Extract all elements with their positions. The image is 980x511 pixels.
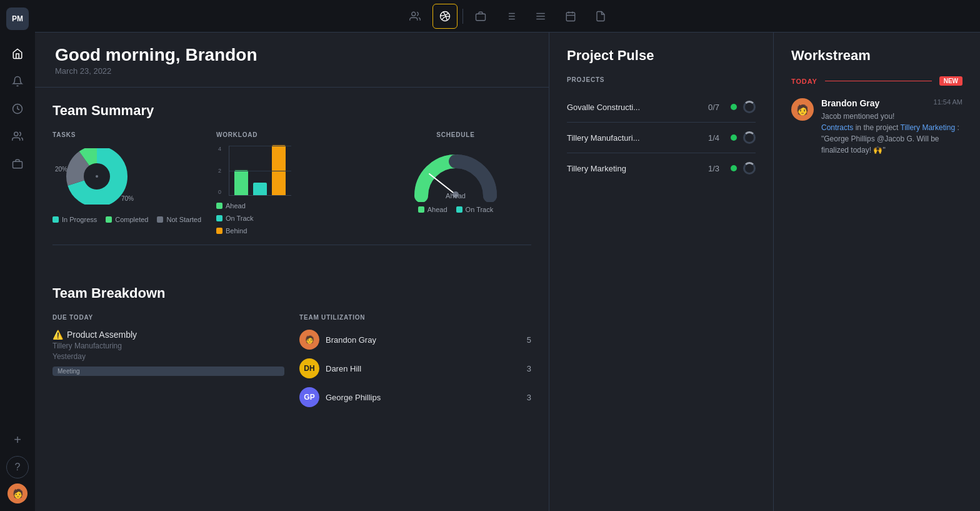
sidebar-user-avatar[interactable]: 🧑 — [8, 483, 28, 503]
schedule-chart: SCHEDULE — [380, 131, 531, 235]
new-badge: NEW — [939, 76, 962, 86]
sidebar-item-time[interactable] — [6, 98, 29, 120]
content-area: Good morning, Brandon March 23, 2022 Tea… — [35, 33, 980, 511]
tasks-label: TASKS — [52, 131, 76, 138]
workstream-panel: Workstream TODAY NEW 🧑 Brandon Gray 11:5… — [774, 33, 980, 511]
workstream-sender-name: Brandon Gray — [821, 98, 879, 108]
project-spinner-tillery-marketing — [743, 162, 756, 175]
workload-chart: WORKLOAD 4 2 0 — [216, 131, 291, 235]
topnav-portfolio[interactable] — [468, 4, 493, 29]
workstream-body: Brandon Gray 11:54 AM Jacob mentioned yo… — [821, 98, 962, 156]
svg-rect-15 — [566, 13, 575, 21]
top-navigation — [35, 0, 980, 33]
topnav-people[interactable] — [402, 4, 428, 29]
util-item-brandon[interactable]: 🧑 Brandon Gray 5 — [299, 330, 531, 350]
pie-chart-svg — [62, 148, 131, 205]
legend-not-started: Not Started — [157, 216, 201, 223]
bar-ahead — [234, 170, 248, 195]
svg-rect-2 — [13, 161, 22, 168]
topnav-divider-1 — [462, 9, 463, 24]
team-summary-grid: TASKS 10% 20% 70% — [52, 131, 531, 235]
workstream-message: Jacob mentioned you! Contracts in the pr… — [821, 111, 962, 156]
legend-dot-schedule-on-track — [456, 206, 462, 213]
sidebar-item-portfolio[interactable] — [6, 153, 29, 175]
project-item-govalle[interactable]: Govalle Constructi... 0/7 — [567, 92, 756, 123]
util-name-brandon: Brandon Gray — [326, 335, 521, 345]
workstream-top: Brandon Gray 11:54 AM — [821, 98, 962, 108]
workload-legend: Ahead On Track Behind — [216, 202, 291, 235]
breakdown-grid: DUE TODAY ⚠️ Product Assembly Tillery Ma… — [52, 314, 531, 407]
project-pulse-title: Project Pulse — [567, 48, 756, 64]
project-spinner-govalle — [743, 101, 756, 113]
legend-schedule-ahead: Ahead — [418, 206, 448, 213]
divider — [52, 245, 531, 245]
workstream-time: 11:54 AM — [934, 98, 962, 106]
schedule-label: SCHEDULE — [436, 131, 474, 138]
tasks-chart: TASKS 10% 20% 70% — [52, 131, 204, 235]
utilization-label: TEAM UTILIZATION — [299, 314, 531, 321]
svg-point-3 — [411, 12, 415, 16]
workload-label: WORKLOAD — [216, 131, 291, 138]
due-item-company: Tillery Manufacturing — [52, 342, 284, 350]
workstream-content: Workstream TODAY NEW 🧑 Brandon Gray 11:5… — [774, 33, 980, 171]
project-dot-govalle — [731, 104, 737, 110]
bar-y-labels: 4 2 0 — [218, 146, 221, 195]
workstream-item[interactable]: 🧑 Brandon Gray 11:54 AM Jacob mentioned … — [791, 98, 962, 156]
legend-dot-on-track — [216, 215, 222, 221]
topnav-timeline[interactable] — [528, 4, 553, 29]
sidebar-item-notifications[interactable] — [6, 70, 29, 93]
due-item-tag: Meeting — [52, 367, 284, 376]
util-item-george[interactable]: GP George Phillips 3 — [299, 387, 531, 407]
ws-link-tillery[interactable]: Tillery Marketing — [901, 123, 956, 132]
team-utilization-column: TEAM UTILIZATION 🧑 Brandon Gray 5 DH Dar… — [299, 314, 531, 407]
utilization-list: 🧑 Brandon Gray 5 DH Daren Hill 3 GP — [299, 330, 531, 407]
svg-rect-5 — [476, 14, 485, 21]
legend-dot-completed — [106, 216, 112, 223]
left-panel: Good morning, Brandon March 23, 2022 Tea… — [35, 33, 549, 511]
sidebar-item-people[interactable] — [6, 125, 29, 148]
project-count-tillery-marketing: 1/3 — [708, 164, 719, 173]
team-breakdown-title: Team Breakdown — [52, 285, 531, 301]
legend-dot-behind — [216, 228, 222, 234]
ws-link-contracts[interactable]: Contracts — [821, 123, 853, 132]
projects-label: PROJECTS — [567, 76, 756, 83]
ws-message-mid: in the project — [856, 123, 901, 132]
ws-message-prefix: Jacob mentioned you! — [821, 112, 894, 121]
sidebar-item-home[interactable] — [6, 43, 29, 65]
legend-dot-schedule-ahead — [418, 206, 424, 213]
svg-point-1 — [14, 132, 18, 136]
team-summary-section: Team Summary TASKS 10% 20% 70% — [35, 88, 549, 270]
today-line — [825, 81, 932, 81]
app-logo[interactable]: PM — [6, 8, 29, 30]
topnav-workload[interactable] — [432, 4, 458, 29]
gauge-label: Ahead — [446, 192, 466, 200]
project-count-tillery-mfg: 1/4 — [708, 133, 719, 143]
project-pulse-panel: Project Pulse PROJECTS Govalle Construct… — [549, 33, 774, 511]
project-item-tillery-marketing[interactable]: Tillery Marketing 1/3 — [567, 153, 756, 183]
project-item-tillery-mfg[interactable]: Tillery Manufacturi... 1/4 — [567, 123, 756, 153]
workstream-title: Workstream — [791, 48, 962, 64]
util-item-daren[interactable]: DH Daren Hill 3 — [299, 358, 531, 378]
sidebar-add-button[interactable]: + — [6, 428, 29, 451]
topnav-file[interactable] — [588, 4, 613, 29]
team-breakdown-section: Team Breakdown DUE TODAY ⚠️ Product Asse… — [35, 270, 549, 422]
due-item-title: ⚠️ Product Assembly — [52, 330, 284, 340]
legend-in-progress: In Progress — [52, 216, 97, 223]
util-avatar-george: GP — [299, 387, 319, 407]
util-name-daren: Daren Hill — [326, 364, 521, 373]
workstream-today-header: TODAY NEW — [791, 76, 962, 86]
main-area: Good morning, Brandon March 23, 2022 Tea… — [35, 0, 980, 511]
svg-point-23 — [96, 175, 98, 178]
legend-dot-not-started — [157, 216, 163, 223]
project-dot-tillery-mfg — [731, 134, 737, 141]
topnav-list[interactable] — [498, 4, 523, 29]
project-name-tillery-marketing: Tillery Marketing — [567, 164, 702, 173]
legend-ahead: Ahead — [216, 202, 246, 210]
due-item[interactable]: ⚠️ Product Assembly Tillery Manufacturin… — [52, 330, 284, 376]
topnav-calendar[interactable] — [558, 4, 583, 29]
workload-bars: 4 2 0 — [229, 146, 291, 196]
sidebar: PM + ? 🧑 — [0, 0, 35, 511]
project-spinner-tillery-mfg — [743, 131, 756, 144]
util-avatar-brandon: 🧑 — [299, 330, 319, 350]
sidebar-help-button[interactable]: ? — [6, 456, 29, 478]
